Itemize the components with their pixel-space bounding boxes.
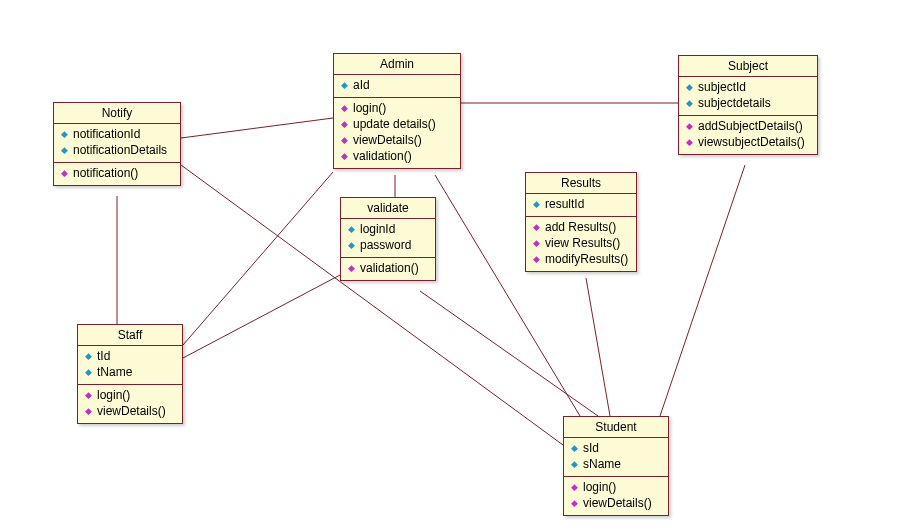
class-title: validate xyxy=(341,198,435,219)
operations-section: notification() xyxy=(54,163,180,185)
svg-line-9 xyxy=(586,278,610,416)
operations-section: addSubjectDetails() viewsubjectDetails() xyxy=(679,116,817,154)
class-title: Student xyxy=(564,417,668,438)
attribute: sName xyxy=(583,457,621,471)
attribute-icon xyxy=(82,351,94,361)
attribute-icon xyxy=(338,80,350,90)
class-student[interactable]: Student sId sName login() viewDetails() xyxy=(563,416,669,516)
operations-section: validation() xyxy=(341,258,435,280)
attribute: loginId xyxy=(360,222,395,236)
svg-line-5 xyxy=(183,172,333,345)
class-validate[interactable]: validate loginId password validation() xyxy=(340,197,436,281)
class-title: Subject xyxy=(679,56,817,77)
operation: viewDetails() xyxy=(353,133,422,147)
operation-icon xyxy=(568,482,580,492)
attribute-icon xyxy=(345,240,357,250)
svg-line-10 xyxy=(660,165,745,416)
attribute: subjectdetails xyxy=(698,96,771,110)
operations-section: login() update details() viewDetails() v… xyxy=(334,98,460,168)
attributes-section: sId sName xyxy=(564,438,668,477)
operation-icon xyxy=(58,168,70,178)
operation-icon xyxy=(338,151,350,161)
attributes-section: tId tName xyxy=(78,346,182,385)
operation: login() xyxy=(97,388,130,402)
operation: validation() xyxy=(353,149,412,163)
operations-section: login() viewDetails() xyxy=(78,385,182,423)
svg-line-7 xyxy=(420,291,598,416)
class-notify[interactable]: Notify notificationId notificationDetail… xyxy=(53,102,181,186)
operation: login() xyxy=(583,480,616,494)
class-title: Admin xyxy=(334,54,460,75)
attribute-icon xyxy=(530,199,542,209)
attribute: password xyxy=(360,238,411,252)
attribute: resultId xyxy=(545,197,584,211)
class-subject[interactable]: Subject subjectId subjectdetails addSubj… xyxy=(678,55,818,155)
attribute-icon xyxy=(82,367,94,377)
attributes-section: notificationId notificationDetails xyxy=(54,124,180,163)
operation: add Results() xyxy=(545,220,616,234)
operation-icon xyxy=(530,238,542,248)
operation: login() xyxy=(353,101,386,115)
attribute-icon xyxy=(58,145,70,155)
class-title: Notify xyxy=(54,103,180,124)
operation-icon xyxy=(683,137,695,147)
operation: viewDetails() xyxy=(97,404,166,418)
operation-icon xyxy=(82,390,94,400)
attributes-section: loginId password xyxy=(341,219,435,258)
operation-icon xyxy=(530,222,542,232)
operation-icon xyxy=(683,121,695,131)
operation: viewDetails() xyxy=(583,496,652,510)
attribute-icon xyxy=(683,98,695,108)
attribute: aId xyxy=(353,78,370,92)
svg-line-8 xyxy=(183,275,340,358)
class-title: Staff xyxy=(78,325,182,346)
attribute-icon xyxy=(568,459,580,469)
class-title: Results xyxy=(526,173,636,194)
attribute: tId xyxy=(97,349,110,363)
attributes-section: resultId xyxy=(526,194,636,217)
attributes-section: subjectId subjectdetails xyxy=(679,77,817,116)
operation: notification() xyxy=(73,166,138,180)
attributes-section: aId xyxy=(334,75,460,98)
operation-icon xyxy=(82,406,94,416)
operation-icon xyxy=(338,119,350,129)
operation: update details() xyxy=(353,117,436,131)
operation: view Results() xyxy=(545,236,620,250)
class-staff[interactable]: Staff tId tName login() viewDetails() xyxy=(77,324,183,424)
attribute: sId xyxy=(583,441,599,455)
attribute: subjectId xyxy=(698,80,746,94)
operations-section: add Results() view Results() modifyResul… xyxy=(526,217,636,271)
attribute: tName xyxy=(97,365,132,379)
operation-icon xyxy=(338,103,350,113)
operation: modifyResults() xyxy=(545,252,628,266)
attribute: notificationDetails xyxy=(73,143,167,157)
svg-line-0 xyxy=(181,118,333,138)
class-results[interactable]: Results resultId add Results() view Resu… xyxy=(525,172,637,272)
operation: addSubjectDetails() xyxy=(698,119,803,133)
attribute-icon xyxy=(683,82,695,92)
operation: viewsubjectDetails() xyxy=(698,135,805,149)
operations-section: login() viewDetails() xyxy=(564,477,668,515)
attribute: notificationId xyxy=(73,127,140,141)
operation-icon xyxy=(568,498,580,508)
class-admin[interactable]: Admin aId login() update details() viewD… xyxy=(333,53,461,169)
operation-icon xyxy=(345,263,357,273)
operation-icon xyxy=(338,135,350,145)
operation-icon xyxy=(530,254,542,264)
attribute-icon xyxy=(345,224,357,234)
attribute-icon xyxy=(568,443,580,453)
operation: validation() xyxy=(360,261,419,275)
attribute-icon xyxy=(58,129,70,139)
